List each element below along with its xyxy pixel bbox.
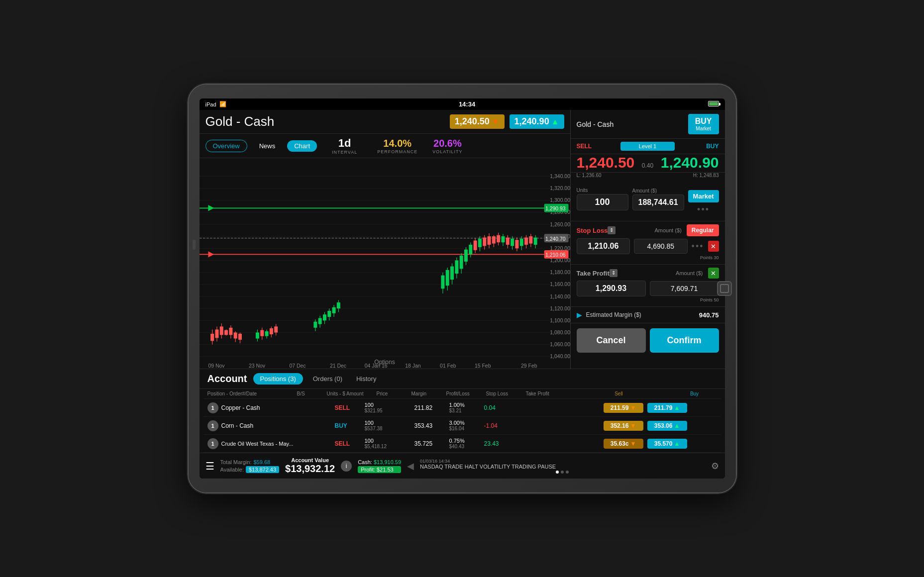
svg-rect-57 xyxy=(215,329,218,338)
tab-chart[interactable]: Chart xyxy=(287,140,317,152)
svg-text:07 Dec: 07 Dec xyxy=(289,362,306,368)
svg-rect-121 xyxy=(511,239,514,246)
dot-3 xyxy=(566,471,569,474)
svg-text:1,100.00: 1,100.00 xyxy=(550,317,570,323)
status-left: iPad 📶 xyxy=(205,101,226,107)
buy-label: BUY xyxy=(695,117,712,126)
tab-overview[interactable]: Overview xyxy=(205,140,247,152)
margin-label: Estimated Margin ($) xyxy=(586,311,699,318)
tab-orders[interactable]: Orders (0) xyxy=(306,373,349,385)
buy-price-badge[interactable]: 353.06 ▲ xyxy=(647,421,687,431)
buy-market-button[interactable]: BUY Market xyxy=(688,114,719,134)
tp-amount-label-header: Amount ($) xyxy=(676,270,703,276)
svg-text:1,340.00: 1,340.00 xyxy=(550,173,570,179)
svg-text:1,160.00: 1,160.00 xyxy=(550,281,570,287)
tab-history[interactable]: History xyxy=(349,373,383,385)
spread-col: 0.40 xyxy=(638,154,657,171)
units-input[interactable] xyxy=(577,194,628,210)
account-title: Account xyxy=(207,373,247,385)
tp-adjust-icon[interactable]: ⇕ xyxy=(610,269,617,277)
svg-text:01 Feb: 01 Feb xyxy=(440,362,456,368)
svg-rect-61 xyxy=(224,330,228,335)
regular-badge[interactable]: Regular xyxy=(687,224,719,236)
svg-rect-69 xyxy=(255,332,259,338)
sl-adjust-icon[interactable]: ⇕ xyxy=(608,226,616,234)
tab-news[interactable]: News xyxy=(252,140,283,152)
buy-price-badge[interactable]: 211.79 ▲ xyxy=(647,403,687,413)
right-panel: Gold - Cash BUY Market SELL Level 1 BUY … xyxy=(571,110,725,369)
info-icon[interactable]: i xyxy=(341,461,352,472)
stop-loss-label: Stop Loss xyxy=(577,227,608,234)
nav-left-icon[interactable]: ◀ xyxy=(407,461,414,472)
account-value-section: Account Value $13,932.12 xyxy=(285,457,335,475)
sell-tab[interactable]: SELL xyxy=(577,143,621,150)
svg-rect-73 xyxy=(265,331,268,336)
position-bs: BUY xyxy=(335,422,365,429)
buy-arrow-up-icon: ▲ xyxy=(551,117,559,126)
svg-rect-55 xyxy=(210,334,214,341)
dots-nav xyxy=(420,471,705,474)
profit-value: $21.53 xyxy=(377,467,394,473)
svg-rect-117 xyxy=(501,236,505,242)
svg-text:15 Feb: 15 Feb xyxy=(474,362,491,368)
time-display: 14:34 xyxy=(459,100,475,108)
sell-price-badge[interactable]: 352.16 ▼ xyxy=(604,421,643,431)
sell-arrow-down-icon: ▼ xyxy=(492,117,500,126)
svg-rect-105 xyxy=(473,241,477,250)
tp-amount-value: 7,609.71 xyxy=(650,281,719,296)
table-row[interactable]: 1 Corn - Cash BUY 100$537.38 353.43 3.00… xyxy=(204,417,721,435)
table-row[interactable]: 1 Copper - Cash SELL 100$321.95 211.82 1… xyxy=(204,399,721,417)
sell-buy-tabs: SELL Level 1 BUY xyxy=(571,139,725,154)
gear-icon[interactable]: ⚙ xyxy=(711,461,719,472)
svg-rect-99 xyxy=(459,256,463,269)
svg-rect-123 xyxy=(515,240,518,248)
sl-remove-button[interactable]: ✕ xyxy=(708,241,719,252)
position-price: 211.82 xyxy=(414,404,449,411)
svg-rect-59 xyxy=(219,326,223,335)
svg-rect-87 xyxy=(332,307,335,313)
table-row[interactable]: 1 Crude Oil West Texas - May... SELL 100… xyxy=(204,435,721,453)
status-right xyxy=(708,101,719,107)
level-badge[interactable]: Level 1 xyxy=(620,142,675,151)
confirm-button[interactable]: Confirm xyxy=(650,328,719,353)
margin-expand-icon[interactable]: ▶ xyxy=(577,311,582,319)
sl-dots: ••• xyxy=(692,241,704,252)
buy-tab[interactable]: BUY xyxy=(675,143,719,150)
cancel-button[interactable]: Cancel xyxy=(577,328,646,353)
svg-text:1,040.00: 1,040.00 xyxy=(550,353,570,359)
svg-text:29 Feb: 29 Feb xyxy=(521,362,537,368)
prices-row: 1,240.50 0.40 1,240.90 xyxy=(571,154,725,173)
svg-rect-97 xyxy=(455,260,458,274)
hamburger-icon[interactable]: ☰ xyxy=(205,460,214,472)
home-button[interactable] xyxy=(717,281,732,296)
volume-button[interactable] xyxy=(193,240,196,250)
order-title: Gold - Cash xyxy=(577,120,614,128)
sell-price-badge[interactable]: 211.59 ▼ xyxy=(604,403,643,413)
interval-label: INTERVAL xyxy=(332,150,357,155)
amount-group: Amount ($) 188,744.61 xyxy=(632,188,684,210)
tab-positions[interactable]: Positions (3) xyxy=(253,373,303,385)
profit-row: Profit: $21.53 xyxy=(358,466,401,473)
svg-text:1,260.00: 1,260.00 xyxy=(550,221,570,227)
wifi-icon: 📶 xyxy=(219,101,226,107)
take-profit-value[interactable]: 1,290.93 xyxy=(577,281,646,296)
buy-price-badge: 1,240.90 ▲ xyxy=(510,114,564,129)
status-bar: iPad 📶 14:34 xyxy=(200,98,725,110)
svg-text:18 Jan: 18 Jan xyxy=(405,362,420,368)
chart-header: Gold - Cash 1,240.50 ▼ 1,240.90 ▲ xyxy=(200,110,570,134)
sell-price-badge[interactable]: 35.63c ▼ xyxy=(604,439,643,449)
col-header-price: Price xyxy=(377,391,411,396)
stop-loss-value[interactable]: 1,210.06 xyxy=(577,238,630,254)
buy-price-badge[interactable]: 35.570 ▲ xyxy=(647,439,687,449)
svg-rect-93 xyxy=(445,270,449,286)
market-badge[interactable]: Market xyxy=(688,190,719,202)
sell-price-badge: 1,240.50 ▼ xyxy=(450,114,505,129)
svg-text:1,120.00: 1,120.00 xyxy=(550,305,570,311)
units-group: Units xyxy=(577,188,628,210)
tp-remove-button[interactable]: ✕ xyxy=(708,268,719,279)
position-margin: 0.75%$40.43 xyxy=(449,438,484,449)
position-number: 1 xyxy=(207,438,218,449)
ipad-screen: iPad 📶 14:34 Gold - Cash 1,240.50 ▼ xyxy=(200,98,725,479)
svg-rect-103 xyxy=(469,245,472,254)
options-label[interactable]: Options xyxy=(374,359,395,366)
